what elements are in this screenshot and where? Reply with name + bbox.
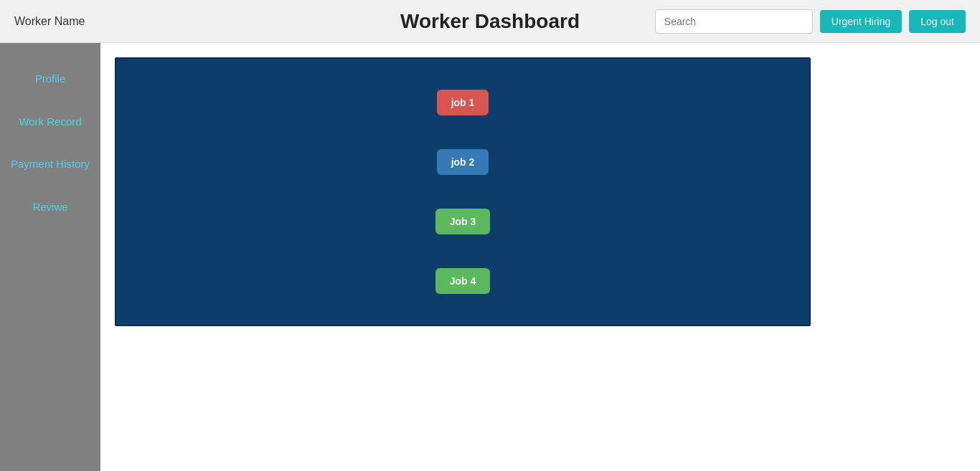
sidebar-item-work-record[interactable]: Work Record — [0, 100, 100, 143]
sidebar: Profile Work Record Payment History Revi… — [0, 43, 100, 471]
job-1-button[interactable]: job 1 — [437, 90, 489, 115]
header-right: Urgent Hiring Log out — [655, 9, 966, 34]
job-4-button[interactable]: Job 4 — [435, 268, 491, 294]
worker-name-label: Worker Name — [14, 15, 85, 28]
dashboard-panel: job 1 job 2 Job 3 Job 4 — [115, 57, 811, 326]
logout-button[interactable]: Log out — [909, 10, 966, 33]
sidebar-item-payment-history[interactable]: Payment History — [0, 143, 100, 186]
sidebar-item-profile[interactable]: Profile — [0, 57, 100, 100]
search-input[interactable] — [655, 9, 813, 34]
job-2-button[interactable]: job 2 — [437, 149, 489, 175]
page-title: Worker Dashboard — [400, 10, 580, 33]
urgent-hiring-button[interactable]: Urgent Hiring — [820, 10, 902, 33]
main-layout: Profile Work Record Payment History Revi… — [0, 43, 980, 471]
header: Worker Name Worker Dashboard Urgent Hiri… — [0, 0, 980, 43]
job-3-button[interactable]: Job 3 — [435, 209, 491, 234]
sidebar-item-reviwe[interactable]: Reviwe — [0, 186, 100, 229]
main-content: job 1 job 2 Job 3 Job 4 — [100, 43, 980, 471]
